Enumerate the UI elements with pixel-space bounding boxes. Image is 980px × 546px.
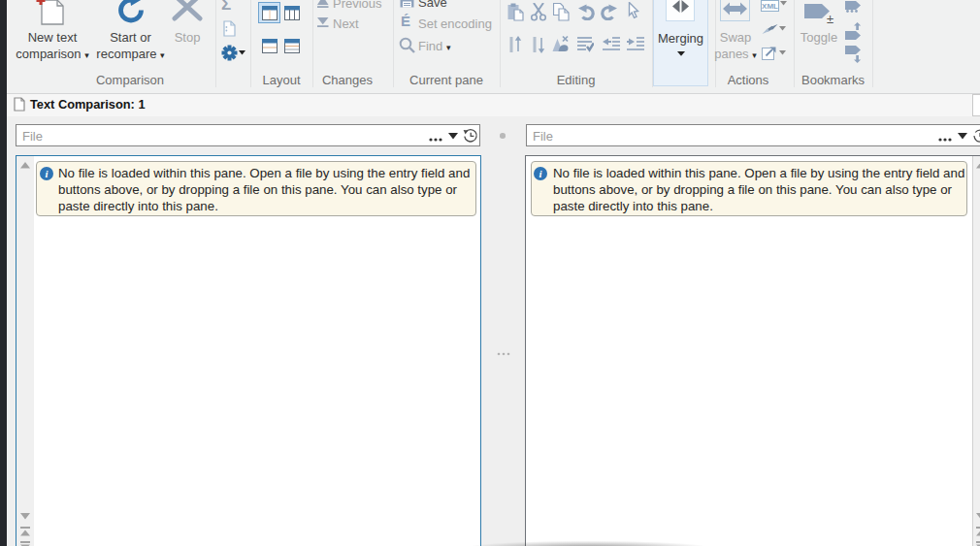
svg-text:XML: XML — [762, 2, 778, 11]
